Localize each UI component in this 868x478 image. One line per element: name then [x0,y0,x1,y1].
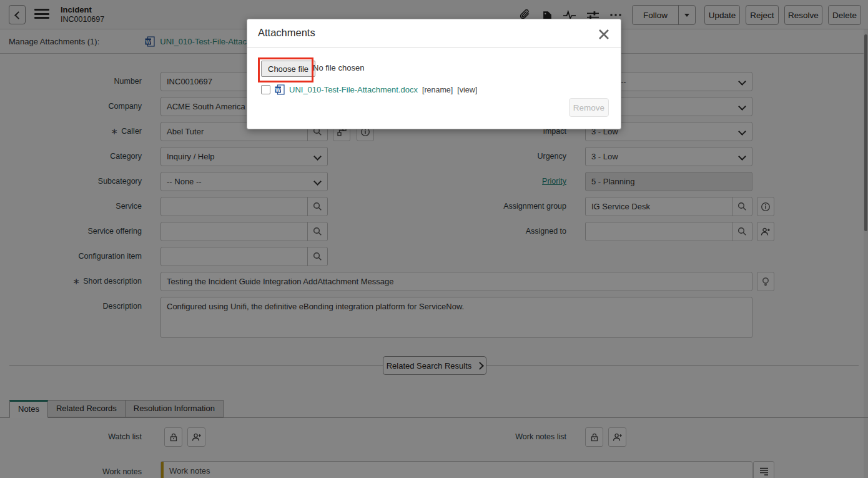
view-link[interactable]: [view] [457,86,477,94]
attachments-modal: Attachments Choose file No file chosen W… [247,19,621,129]
svg-text:W: W [275,87,281,93]
close-icon [598,28,610,41]
modal-close-button[interactable] [596,26,612,42]
word-file-icon: W [275,84,285,95]
attachment-file-link[interactable]: UNI_010-Test-File-Attachment.docx [289,85,418,94]
remove-button[interactable]: Remove [569,98,609,117]
attachment-row: W UNI_010-Test-File-Attachment.docx [ren… [261,84,477,95]
rename-link[interactable]: [rename] [422,86,453,94]
modal-header-divider [247,47,621,48]
choose-file-button[interactable]: Choose file [261,61,315,77]
attachment-checkbox[interactable] [261,85,270,94]
incident-page: Incident INC0010697 Follow Update Reject… [0,0,868,478]
no-file-chosen-text: No file chosen [313,63,364,72]
modal-title: Attachments [258,27,315,39]
